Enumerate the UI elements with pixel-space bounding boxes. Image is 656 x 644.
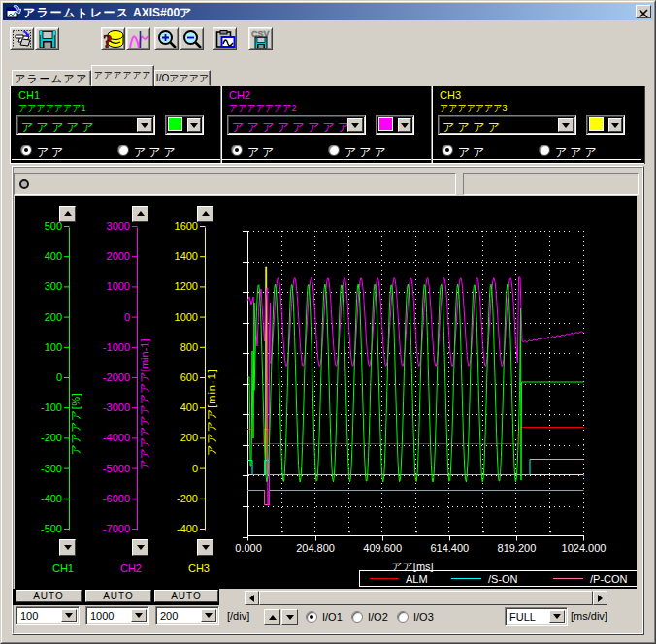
svg-text:600: 600 <box>180 371 198 383</box>
svg-text:-6000: -6000 <box>103 493 130 504</box>
svg-text:1024.000: 1024.000 <box>562 542 607 554</box>
svg-text:アアアアアアアアア[min-1]: アアアアアアアアア[min-1] <box>139 339 150 470</box>
svg-text:アアアア[%]: アアアア[%] <box>70 393 82 455</box>
svg-text:1400: 1400 <box>175 250 198 262</box>
svg-text:0: 0 <box>124 311 130 323</box>
svg-text:0: 0 <box>192 463 198 474</box>
svg-text:1000: 1000 <box>107 280 130 292</box>
svg-text:1000: 1000 <box>175 311 198 323</box>
svg-text:?: ? <box>103 31 113 51</box>
svg-text:-200: -200 <box>41 432 62 443</box>
svg-text:1600: 1600 <box>175 220 198 232</box>
svg-text:-100: -100 <box>41 402 62 413</box>
svg-text:-500: -500 <box>41 523 62 534</box>
svg-text:-2000: -2000 <box>103 371 130 383</box>
svg-text:-1000: -1000 <box>103 341 130 353</box>
svg-text:819.200: 819.200 <box>498 542 537 554</box>
svg-text:-200: -200 <box>177 493 198 504</box>
svg-text:/S-ON: /S-ON <box>488 573 518 585</box>
svg-text:400: 400 <box>180 402 198 413</box>
svg-text:204.800: 204.800 <box>296 542 335 554</box>
svg-text:400: 400 <box>45 250 62 262</box>
svg-text:-3000: -3000 <box>103 402 130 413</box>
svg-text:-7000: -7000 <box>103 523 130 534</box>
svg-text:-5000: -5000 <box>103 463 130 474</box>
svg-text:1200: 1200 <box>175 280 198 292</box>
svg-text:-400: -400 <box>177 523 198 534</box>
svg-text:2000: 2000 <box>107 250 130 262</box>
svg-text:409.600: 409.600 <box>363 542 402 554</box>
svg-text:-4000: -4000 <box>103 432 130 443</box>
svg-text:200: 200 <box>180 432 198 443</box>
svg-text:300: 300 <box>45 280 62 292</box>
svg-text:3000: 3000 <box>107 220 130 232</box>
svg-text:CH2: CH2 <box>120 563 142 574</box>
svg-text:ALM: ALM <box>406 573 428 585</box>
svg-text:614.400: 614.400 <box>430 542 469 554</box>
svg-text:0: 0 <box>56 371 62 383</box>
svg-text:100: 100 <box>45 341 62 353</box>
svg-text:アアアア[min-1]: アアアア[min-1] <box>206 369 217 456</box>
svg-text:-300: -300 <box>41 463 62 474</box>
svg-text:CH1: CH1 <box>52 563 74 574</box>
svg-text:200: 200 <box>45 311 62 323</box>
svg-text:800: 800 <box>180 341 198 353</box>
svg-text:0.000: 0.000 <box>235 542 262 554</box>
svg-text:-400: -400 <box>41 493 62 504</box>
svg-text:CH3: CH3 <box>188 563 210 574</box>
svg-text:/P-CON: /P-CON <box>590 573 628 585</box>
